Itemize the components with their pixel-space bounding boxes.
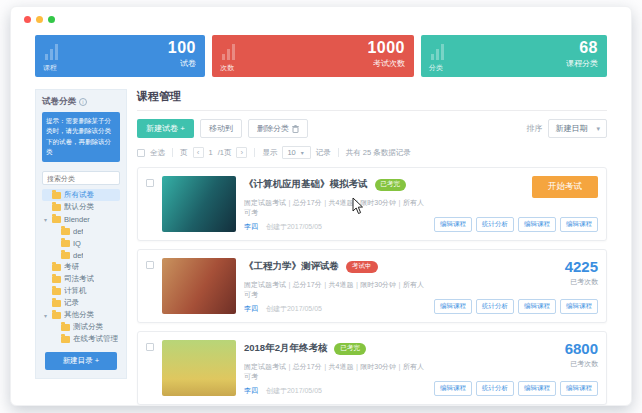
maximize-window-icon[interactable]	[48, 16, 55, 23]
course-created: 创建于2017/05/05	[266, 387, 322, 394]
stat-card-papers: 100 试卷 课程	[35, 35, 205, 77]
course-mini-button[interactable]: 统计分析	[476, 217, 514, 232]
course-checkbox[interactable]	[146, 343, 154, 351]
page-size-value: 10	[287, 148, 295, 157]
sort-select[interactable]: 新建日期 ▾	[548, 119, 607, 138]
tree-item-1[interactable]: 默认分类	[42, 201, 120, 213]
next-page-button[interactable]: ›	[236, 147, 247, 158]
page-size-select[interactable]: 10 ▾	[282, 146, 310, 159]
tree-item-3[interactable]: def	[42, 225, 120, 237]
course-checkbox[interactable]	[146, 179, 154, 187]
select-all-checkbox[interactable]	[137, 149, 145, 157]
course-meta: 固定试题考试｜总分17分｜共4道题｜限时30分钟｜所有人可考	[244, 362, 426, 382]
tree-item-label: 默认分类	[64, 202, 94, 212]
category-search	[42, 167, 120, 186]
tree-item-label: def	[73, 251, 83, 260]
tree-item-6[interactable]: 考研	[42, 261, 120, 273]
window-titlebar	[11, 7, 631, 31]
course-thumbnail	[162, 340, 236, 396]
bar-chart-icon	[222, 44, 235, 60]
folder-icon	[52, 276, 61, 283]
course-created: 创建于2017/05/05	[266, 305, 322, 312]
course-actions: 编辑课程统计分析编辑课程编辑课程	[434, 381, 598, 396]
sort-select-value: 新建日期	[555, 123, 587, 134]
course-mini-button[interactable]: 编辑课程	[434, 381, 472, 396]
tree-item-12[interactable]: 在线考试管理	[42, 333, 120, 345]
tree-item-2[interactable]: ▾Blender	[42, 213, 120, 225]
folder-icon	[61, 228, 70, 235]
stat-category: 次数	[220, 63, 234, 73]
course-mini-button[interactable]: 编辑课程	[518, 299, 556, 314]
course-title[interactable]: 2018年2月年终考核	[244, 342, 327, 355]
stat-label: 课程分类	[566, 58, 598, 69]
course-thumbnail	[162, 258, 236, 314]
course-mini-button[interactable]: 编辑课程	[560, 299, 598, 314]
course-mini-button[interactable]: 编辑课程	[560, 217, 598, 232]
course-mini-button[interactable]: 统计分析	[476, 381, 514, 396]
course-checkbox[interactable]	[146, 261, 154, 269]
tree-item-11[interactable]: 测试分类	[42, 321, 120, 333]
bar-chart-icon	[431, 44, 444, 60]
course-mini-button[interactable]: 编辑课程	[434, 217, 472, 232]
course-author[interactable]: 李四	[244, 223, 258, 230]
course-created: 创建于2017/05/05	[266, 223, 322, 230]
tree-item-8[interactable]: 计算机	[42, 285, 120, 297]
course-mini-button[interactable]: 编辑课程	[560, 381, 598, 396]
tree-item-4[interactable]: IQ	[42, 237, 120, 249]
tree-item-label: Blender	[64, 215, 90, 224]
caret-icon: ▾	[44, 216, 49, 223]
total-records-text: 共有 25 条数据记录	[346, 148, 411, 158]
course-author[interactable]: 李四	[244, 305, 258, 312]
sidebar-header: 试卷分类 i	[42, 96, 120, 108]
page-current: 1	[209, 148, 213, 157]
course-title[interactable]: 《工程力学》测评试卷	[244, 260, 339, 273]
prev-page-button[interactable]: ‹	[193, 147, 204, 158]
chevron-down-icon: ▾	[301, 149, 306, 156]
tree-item-label: 测试分类	[73, 322, 103, 332]
course-mini-button[interactable]: 编辑课程	[434, 299, 472, 314]
close-window-icon[interactable]	[24, 16, 31, 23]
course-title[interactable]: 《计算机应用基础》模拟考试	[244, 178, 368, 191]
stat-label: 考试次数	[373, 58, 405, 69]
toolbar: 新建试卷 + 移动到 删除分类 排序 新建日期 ▾	[137, 119, 607, 138]
tree-item-5[interactable]: def	[42, 249, 120, 261]
folder-icon	[61, 252, 70, 259]
course-mini-button[interactable]: 编辑课程	[518, 217, 556, 232]
record-label: 记录	[316, 148, 331, 158]
status-badge: 已考完	[375, 179, 407, 191]
trash-icon	[292, 125, 299, 133]
status-badge: 考试中	[346, 261, 378, 273]
stat-category: 分类	[429, 63, 443, 73]
chevron-down-icon: ▾	[596, 125, 600, 133]
folder-icon	[52, 312, 61, 319]
info-icon[interactable]: i	[79, 98, 87, 106]
folder-icon	[52, 288, 61, 295]
course-card: 《工程力学》测评试卷 考试中 固定试题考试｜总分17分｜共4道题｜限时30分钟｜…	[137, 249, 607, 323]
course-author[interactable]: 李四	[244, 387, 258, 394]
tree-item-label: 记录	[64, 298, 79, 308]
sidebar-title: 试卷分类	[42, 96, 76, 108]
browser-window: 100 试卷 课程 1000 考试次数 次数 68 课程分类 分类 试卷分类	[10, 6, 632, 406]
move-to-button[interactable]: 移动到	[200, 119, 242, 138]
select-all-label: 全选	[150, 148, 165, 158]
exam-count: 6800	[565, 341, 598, 356]
tree-item-7[interactable]: 司法考试	[42, 273, 120, 285]
minimize-window-icon[interactable]	[36, 16, 43, 23]
delete-category-button[interactable]: 删除分类	[248, 119, 308, 138]
tree-item-label: 其他分类	[64, 310, 94, 320]
folder-icon	[52, 300, 61, 307]
tree-item-0[interactable]: 所有试卷	[42, 189, 120, 201]
start-exam-button[interactable]: 开始考试	[532, 176, 598, 198]
tree-item-label: 所有试卷	[64, 190, 94, 200]
tree-item-label: def	[73, 227, 83, 236]
tree-item-9[interactable]: 记录	[42, 297, 120, 309]
course-mini-button[interactable]: 编辑课程	[518, 381, 556, 396]
new-folder-button[interactable]: 新建目录 +	[45, 352, 117, 370]
tree-item-10[interactable]: ▾其他分类	[42, 309, 120, 321]
stat-value: 68	[579, 39, 598, 57]
category-search-input[interactable]	[42, 171, 120, 185]
stat-card-exam-count: 1000 考试次数 次数	[212, 35, 414, 77]
course-card: 《计算机应用基础》模拟考试 已考完 固定试题考试｜总分17分｜共4道题｜限时30…	[137, 167, 607, 241]
new-paper-button[interactable]: 新建试卷 +	[137, 119, 194, 138]
course-mini-button[interactable]: 统计分析	[476, 299, 514, 314]
